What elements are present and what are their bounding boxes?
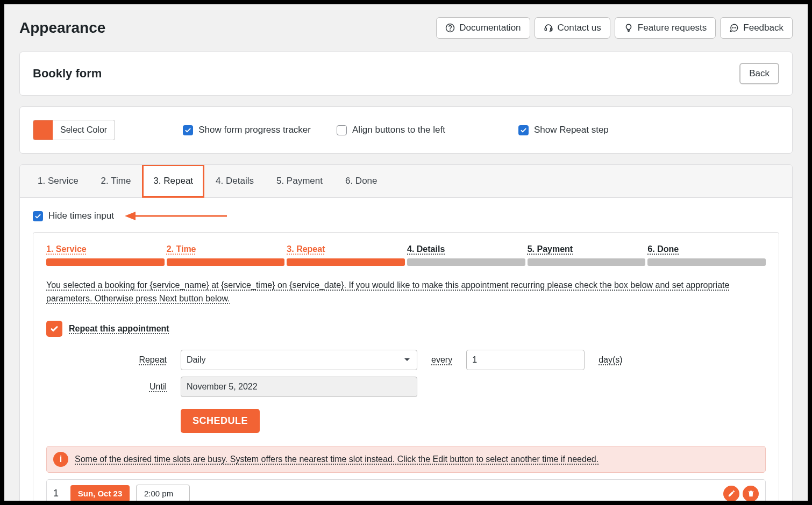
slot-number: 1	[53, 488, 64, 499]
tab-payment[interactable]: 5. Payment	[265, 164, 334, 198]
slot-date: Sun, Oct 23	[70, 485, 130, 501]
tab-details[interactable]: 4. Details	[204, 164, 265, 198]
check-icon	[50, 324, 59, 333]
headset-icon	[544, 23, 553, 33]
checkbox-icon	[518, 125, 529, 135]
every-label: every	[431, 355, 452, 365]
progress-step-details[interactable]: 4. Details	[407, 244, 525, 255]
until-label: Until	[127, 382, 167, 392]
tab-done[interactable]: 6. Done	[334, 164, 389, 198]
help-icon	[445, 23, 455, 33]
delete-button[interactable]	[743, 486, 759, 501]
slot-row: 1 Sun, Oct 23 2:00 pm	[46, 479, 766, 501]
panel-title: Bookly form	[33, 67, 102, 81]
contact-button[interactable]: Contact us	[535, 17, 610, 39]
tab-time[interactable]: 2. Time	[90, 164, 143, 198]
pencil-icon	[728, 489, 736, 497]
page-title: Appearance	[19, 19, 105, 37]
progress-step-payment[interactable]: 5. Payment	[528, 244, 646, 255]
documentation-button[interactable]: Documentation	[436, 17, 530, 39]
svg-rect-2	[545, 28, 546, 31]
slot-time[interactable]: 2:00 pm	[136, 485, 190, 501]
trash-icon	[747, 489, 755, 497]
schedule-button[interactable]: SCHEDULE	[181, 409, 260, 433]
show-tracker-checkbox[interactable]: Show form progress tracker	[183, 125, 311, 135]
progress-step-time[interactable]: 2. Time	[167, 244, 285, 255]
show-repeat-checkbox[interactable]: Show Repeat step	[518, 125, 609, 135]
arrow-annotation-icon	[125, 211, 227, 221]
checkbox-icon	[337, 125, 347, 135]
info-icon: i	[53, 452, 68, 467]
edit-button[interactable]	[723, 486, 739, 501]
alert-text[interactable]: Some of the desired time slots are busy.…	[75, 454, 599, 464]
feedback-button[interactable]: Feedback	[720, 17, 793, 39]
repeat-field-label: Repeat	[127, 355, 167, 365]
lightbulb-icon	[624, 23, 633, 33]
days-label: day(s)	[599, 355, 622, 365]
progress-step-done[interactable]: 6. Done	[647, 244, 766, 255]
feature-button[interactable]: Feature requests	[615, 17, 716, 39]
repeat-label[interactable]: Repeat this appointment	[69, 324, 169, 334]
hide-times-checkbox[interactable]: Hide times input	[33, 211, 114, 221]
color-swatch	[33, 120, 53, 140]
checkbox-icon	[183, 125, 193, 135]
chat-icon	[729, 23, 739, 33]
align-left-checkbox[interactable]: Align buttons to the left	[337, 125, 445, 135]
progress-step-service[interactable]: 1. Service	[46, 244, 165, 255]
checkbox-icon	[33, 211, 43, 221]
back-button[interactable]: Back	[739, 63, 779, 84]
svg-point-4	[732, 27, 733, 28]
tab-repeat[interactable]: 3. Repeat	[142, 164, 204, 198]
svg-point-1	[450, 30, 451, 31]
repeat-select[interactable]: Daily	[181, 350, 417, 370]
tab-service[interactable]: 1. Service	[26, 164, 90, 198]
alert-box: i Some of the desired time slots are bus…	[46, 446, 766, 473]
until-input[interactable]	[181, 377, 417, 397]
svg-point-5	[734, 27, 735, 28]
svg-point-6	[736, 27, 736, 28]
progress-step-repeat[interactable]: 3. Repeat	[287, 244, 405, 255]
repeat-checkbox[interactable]	[46, 321, 62, 337]
every-input[interactable]	[466, 350, 585, 370]
color-picker[interactable]: Select Color	[33, 120, 115, 140]
intro-text[interactable]: You selected a booking for {service_name…	[46, 279, 766, 306]
